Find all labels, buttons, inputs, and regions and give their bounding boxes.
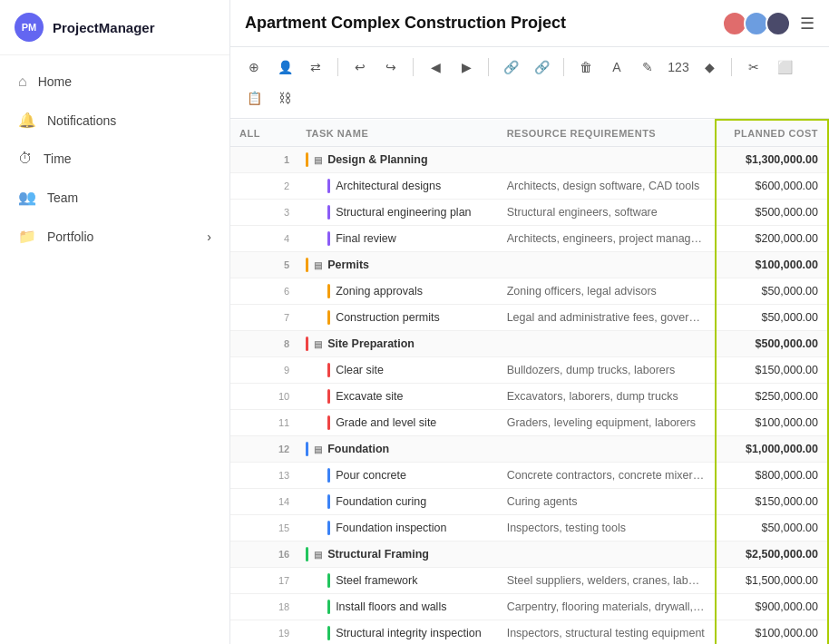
row-task-5[interactable]: ▤Permits — [297, 252, 498, 278]
row-task-1[interactable]: ▤Design & Planning — [297, 147, 498, 173]
row-num-12: 12 — [269, 436, 297, 463]
sidebar-item-time[interactable]: ⏱ Time — [0, 140, 229, 178]
row-checkbox-18[interactable] — [230, 594, 269, 620]
row-checkbox-9[interactable] — [230, 357, 269, 384]
group-expand-icon-12[interactable]: ▤ — [314, 444, 322, 454]
clock-icon: ⏱ — [18, 151, 33, 167]
row-cost-5: $100,000.00 — [716, 252, 828, 278]
row-checkbox-1[interactable] — [230, 147, 269, 173]
task-label-7: Construction permits — [336, 311, 440, 324]
sidebar-label-portfolio: Portfolio — [47, 229, 93, 244]
topbar-right: ☰ — [722, 11, 814, 36]
task-label-12: Foundation — [327, 443, 389, 455]
group-expand-icon-5[interactable]: ▤ — [314, 260, 322, 270]
delete-button[interactable]: 🗑 — [573, 54, 599, 80]
row-cost-12: $1,000,000.00 — [716, 436, 828, 463]
user-button[interactable]: 👤 — [272, 54, 297, 80]
group-expand-icon-16[interactable]: ▤ — [314, 550, 322, 560]
row-task-2[interactable]: Architectural designs — [297, 173, 498, 200]
row-checkbox-8[interactable] — [230, 331, 269, 357]
row-checkbox-12[interactable] — [230, 436, 269, 463]
sidebar-item-notifications[interactable]: 🔔 Notifications — [0, 101, 229, 140]
row-task-3[interactable]: Structural engineering plan — [297, 200, 498, 226]
row-num-15: 15 — [269, 515, 297, 542]
row-cost-2: $600,000.00 — [716, 173, 828, 200]
menu-icon[interactable]: ☰ — [800, 14, 814, 34]
row-task-16[interactable]: ▤Structural Framing — [297, 542, 498, 568]
page-title: Apartment Complex Construction Project — [245, 14, 566, 33]
num-button[interactable]: 123 — [666, 54, 691, 80]
row-checkbox-16[interactable] — [230, 542, 269, 568]
indent-left-button[interactable]: ◀ — [423, 54, 448, 80]
row-task-10[interactable]: Excavate site — [297, 384, 498, 410]
group-expand-icon-1[interactable]: ▤ — [314, 155, 322, 165]
row-task-15[interactable]: Foundation inspection — [297, 515, 498, 542]
row-task-6[interactable]: Zoning approvals — [297, 278, 498, 305]
row-checkbox-19[interactable] — [230, 620, 269, 645]
paste-button[interactable]: 📋 — [241, 85, 267, 111]
row-task-4[interactable]: Final review — [297, 226, 498, 252]
row-cost-15: $50,000.00 — [716, 515, 828, 542]
row-task-18[interactable]: Install floors and walls — [297, 594, 498, 620]
row-num-10: 10 — [269, 384, 297, 410]
row-task-14[interactable]: Foundation curing — [297, 489, 498, 515]
row-cost-14: $150,000.00 — [716, 489, 828, 515]
separator-4 — [563, 58, 564, 76]
portfolio-icon: 📁 — [18, 228, 36, 245]
add-button[interactable]: ⊕ — [241, 54, 267, 80]
row-checkbox-3[interactable] — [230, 200, 269, 226]
row-checkbox-14[interactable] — [230, 489, 269, 515]
row-checkbox-11[interactable] — [230, 410, 269, 436]
share-button[interactable]: ⛓ — [272, 85, 297, 111]
separator-5 — [731, 58, 732, 76]
row-task-9[interactable]: Clear site — [297, 357, 498, 384]
row-checkbox-5[interactable] — [230, 252, 269, 278]
row-num-18: 18 — [269, 594, 297, 620]
col-header-cost: PLANNED COST — [716, 120, 828, 147]
task-table-container[interactable]: ALL TASK NAME RESOURCE REQUIREMENTS PLAN… — [230, 119, 829, 644]
row-checkbox-4[interactable] — [230, 226, 269, 252]
row-cost-11: $100,000.00 — [716, 410, 828, 436]
copy-button[interactable]: ⬜ — [772, 54, 797, 80]
row-task-19[interactable]: Structural integrity inspection — [297, 620, 498, 645]
sidebar-item-portfolio[interactable]: 📁 Portfolio › — [0, 217, 229, 256]
row-resource-13: Concrete contractors, concrete mixers, l… — [498, 463, 716, 489]
task-label-5: Permits — [327, 259, 369, 271]
row-resource-7: Legal and administrative fees, governme… — [498, 305, 716, 331]
task-label-4: Final review — [336, 232, 396, 245]
link-button[interactable]: 🔗 — [498, 54, 523, 80]
undo-button[interactable]: ↩ — [347, 54, 373, 80]
task-label-1: Design & Planning — [327, 153, 427, 166]
row-task-8[interactable]: ▤Site Preparation — [297, 331, 498, 357]
edit-button[interactable]: ✎ — [635, 54, 660, 80]
row-checkbox-10[interactable] — [230, 384, 269, 410]
sidebar-item-team[interactable]: 👥 Team — [0, 178, 229, 217]
row-checkbox-6[interactable] — [230, 278, 269, 305]
col-header-resource: RESOURCE REQUIREMENTS — [498, 120, 716, 147]
row-task-12[interactable]: ▤Foundation — [297, 436, 498, 463]
toolbar: ⊕ 👤 ⇄ ↩ ↪ ◀ ▶ 🔗 🔗 🗑 A ✎ 123 ◆ ✂ ⬜ 📋 ⛓ — [230, 47, 829, 119]
redo-button[interactable]: ↪ — [378, 54, 404, 80]
row-checkbox-13[interactable] — [230, 463, 269, 489]
row-checkbox-2[interactable] — [230, 173, 269, 200]
row-cost-1: $1,300,000.00 — [716, 147, 828, 173]
row-num-11: 11 — [269, 410, 297, 436]
row-cost-9: $150,000.00 — [716, 357, 828, 384]
link2-button[interactable]: 🔗 — [529, 54, 554, 80]
cut-button[interactable]: ✂ — [741, 54, 766, 80]
row-task-11[interactable]: Grade and level site — [297, 410, 498, 436]
diamond-button[interactable]: ◆ — [697, 54, 722, 80]
transfer-button[interactable]: ⇄ — [303, 54, 328, 80]
brand-name: ProjectManager — [53, 20, 155, 35]
text-button[interactable]: A — [604, 54, 629, 80]
row-checkbox-15[interactable] — [230, 515, 269, 542]
row-cost-10: $250,000.00 — [716, 384, 828, 410]
row-task-7[interactable]: Construction permits — [297, 305, 498, 331]
row-checkbox-17[interactable] — [230, 568, 269, 594]
indent-right-button[interactable]: ▶ — [454, 54, 479, 80]
row-task-13[interactable]: Pour concrete — [297, 463, 498, 489]
sidebar-item-home[interactable]: ⌂ Home — [0, 63, 229, 101]
row-checkbox-7[interactable] — [230, 305, 269, 331]
group-expand-icon-8[interactable]: ▤ — [314, 339, 322, 349]
row-task-17[interactable]: Steel framework — [297, 568, 498, 594]
